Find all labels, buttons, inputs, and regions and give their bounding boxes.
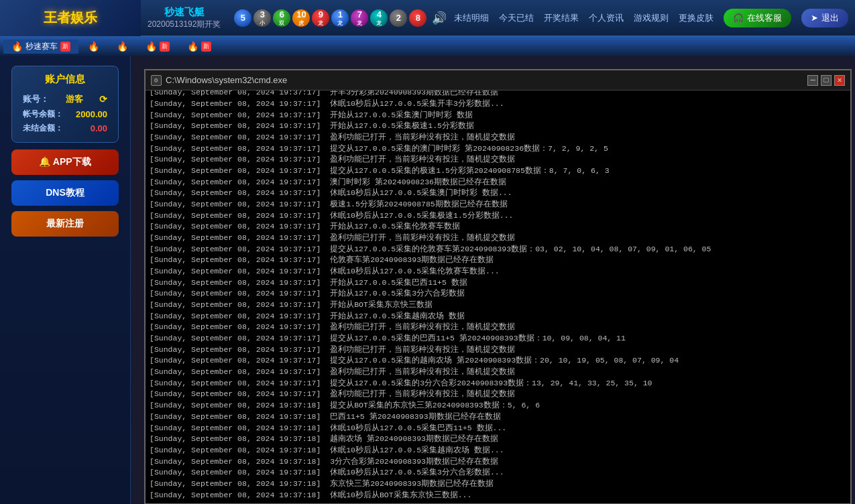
cmd-line: [Sunday, September 08, 2024 19:37:17] 开始… bbox=[150, 110, 846, 121]
main-layout: 账户信息 账号： 游客 ⟳ 帐号余额： 2000.00 未结金额： 0.00 🔔… bbox=[0, 56, 855, 504]
tab-item-3[interactable]: 🔥 bbox=[109, 40, 136, 53]
cmd-line: [Sunday, September 08, 2024 19:37:18] 休眠… bbox=[150, 445, 846, 456]
cmd-line: [Sunday, September 08, 2024 19:37:18] 提交… bbox=[150, 400, 846, 412]
cmd-line: [Sunday, September 08, 2024 19:37:17] 休眠… bbox=[150, 266, 846, 277]
close-button[interactable]: ✕ bbox=[834, 75, 845, 86]
online-service-button[interactable]: 🎧 在线客服 bbox=[724, 9, 791, 27]
cmd-line: [Sunday, September 08, 2024 19:37:18] 3分… bbox=[150, 456, 846, 468]
balance-label: 帐号余额： bbox=[23, 109, 63, 120]
ball-8: 4龙 bbox=[370, 9, 388, 27]
cmd-line: [Sunday, September 08, 2024 19:37:18] 越南… bbox=[150, 434, 846, 445]
cmd-line: [Sunday, September 08, 2024 19:37:17] 提交… bbox=[150, 143, 846, 155]
cmd-line: [Sunday, September 08, 2024 19:37:17] 盈利… bbox=[150, 132, 846, 143]
account-number-label: 账号： bbox=[23, 93, 49, 105]
cmd-line: [Sunday, September 08, 2024 19:37:17] 澳门… bbox=[150, 177, 846, 188]
tab-quick-race[interactable]: 🔥 秒速赛车 新 bbox=[3, 40, 78, 54]
cmd-line: [Sunday, September 08, 2024 19:37:17] 开始… bbox=[150, 221, 846, 233]
right-nav: 未结明细 今天已结 开奖结果 个人资讯 游戏规则 更换皮肤 🎧 在线客服 ➤ 退… bbox=[454, 9, 855, 27]
ball-1: 5 bbox=[234, 9, 251, 27]
cmd-container: ⚙ C:\Windows\system32\cmd.exe — □ ✕ [Sun… bbox=[144, 69, 852, 504]
nav-skin[interactable]: 更换皮肤 bbox=[679, 12, 714, 24]
cmd-line: [Sunday, September 08, 2024 19:37:17] 开始… bbox=[150, 277, 846, 289]
nav-rules[interactable]: 游戏规则 bbox=[634, 12, 669, 24]
minimize-button[interactable]: — bbox=[807, 75, 818, 86]
cmd-line: [Sunday, September 08, 2024 19:37:17] 开丰… bbox=[150, 90, 846, 99]
cmd-line: [Sunday, September 08, 2024 19:37:18] 休眠… bbox=[150, 467, 846, 479]
nav-results[interactable]: 开奖结果 bbox=[544, 12, 579, 24]
cmd-title: C:\Windows\system32\cmd.exe bbox=[166, 75, 807, 85]
fire-icon-2: 🔥 bbox=[88, 41, 99, 52]
ball-10: 8 bbox=[409, 9, 426, 27]
account-section: 账户信息 账号： 游客 ⟳ 帐号余额： 2000.00 未结金额： 0.00 bbox=[11, 66, 119, 143]
cmd-line: [Sunday, September 08, 2024 19:37:17] 提交… bbox=[150, 378, 846, 389]
cmd-line: [Sunday, September 08, 2024 19:37:17] 盈利… bbox=[150, 233, 846, 244]
tab-item-2[interactable]: 🔥 bbox=[80, 40, 107, 53]
nav-today[interactable]: 今天已结 bbox=[499, 12, 534, 24]
fire-icon-4: 🔥 bbox=[146, 41, 157, 52]
cmd-window-area: ⚙ C:\Windows\system32\cmd.exe — □ ✕ [Sun… bbox=[131, 56, 855, 504]
cmd-line: [Sunday, September 08, 2024 19:37:17] 盈利… bbox=[150, 389, 846, 400]
logo-area: 王者娱乐 bbox=[0, 0, 141, 36]
cmd-line: [Sunday, September 08, 2024 19:37:17] 休眠… bbox=[150, 99, 846, 110]
cmd-line: [Sunday, September 08, 2024 19:37:18] 东京… bbox=[150, 479, 846, 490]
logout-button[interactable]: ➤ 退出 bbox=[801, 9, 848, 27]
maximize-button[interactable]: □ bbox=[821, 75, 832, 86]
sub-header: 🔥 秒速赛车 新 🔥 🔥 🔥 新 🔥 新 bbox=[0, 37, 855, 56]
headset-icon: 🎧 bbox=[733, 13, 744, 23]
cmd-line: [Sunday, September 08, 2024 19:37:17] 开始… bbox=[150, 300, 846, 311]
cmd-line: [Sunday, September 08, 2024 19:37:17] 伦敦… bbox=[150, 255, 846, 266]
dns-tutorial-button[interactable]: DNS教程 bbox=[11, 180, 119, 206]
refresh-button[interactable]: ⟳ bbox=[99, 94, 107, 105]
account-number-value: 游客 bbox=[66, 93, 83, 105]
ball-7: 7龙 bbox=[351, 9, 368, 27]
game-period: 20200513192期开奖 bbox=[148, 19, 221, 30]
unsettled-value: 0.00 bbox=[91, 123, 107, 133]
unsettled-label: 未结金额： bbox=[23, 123, 63, 134]
cmd-line: [Sunday, September 08, 2024 19:37:18] 巴西… bbox=[150, 412, 846, 423]
nav-profile[interactable]: 个人资讯 bbox=[589, 12, 624, 24]
cmd-line: [Sunday, September 08, 2024 19:37:17] 休眠… bbox=[150, 188, 846, 199]
game-info: 秒速飞艇 20200513192期开奖 bbox=[141, 6, 227, 30]
unsettled-row: 未结金额： 0.00 bbox=[17, 121, 113, 135]
sound-button[interactable]: 🔊 bbox=[432, 11, 447, 25]
ball-2: 3小 bbox=[253, 9, 271, 27]
balance-value: 2000.00 bbox=[76, 109, 107, 119]
ball-3: 6双 bbox=[273, 9, 290, 27]
cmd-line: [Sunday, September 08, 2024 19:37:17] 盈利… bbox=[150, 322, 846, 333]
cmd-line: [Sunday, September 08, 2024 19:37:17] 休眠… bbox=[150, 210, 846, 222]
cmd-line: [Sunday, September 08, 2024 19:37:18] 休眠… bbox=[150, 423, 846, 434]
new-badge: 新 bbox=[60, 42, 70, 52]
cmd-line: [Sunday, September 08, 2024 19:37:17] 开始… bbox=[150, 288, 846, 300]
account-section-title: 账户信息 bbox=[17, 73, 113, 86]
cmd-line: [Sunday, September 08, 2024 19:37:17] 极速… bbox=[150, 199, 846, 210]
ball-4: 10虎 bbox=[292, 9, 310, 27]
header: 王者娱乐 秒速飞艇 20200513192期开奖 53小6双10虎9龙1龙7龙4… bbox=[0, 0, 855, 37]
tab-item-4[interactable]: 🔥 新 bbox=[137, 40, 178, 53]
ball-5: 9龙 bbox=[312, 9, 329, 27]
logo-text: 王者娱乐 bbox=[44, 9, 97, 27]
cmd-body[interactable]: [Sunday, September 08, 2024 19:37:17] 泰国… bbox=[146, 90, 850, 503]
tab-quick-race-label: 秒速赛车 bbox=[25, 41, 58, 52]
ball-6: 1龙 bbox=[331, 9, 349, 27]
cmd-line: [Sunday, September 08, 2024 19:37:17] 提交… bbox=[150, 244, 846, 255]
fire-icon-3: 🔥 bbox=[117, 41, 128, 52]
cmd-titlebar: ⚙ C:\Windows\system32\cmd.exe — □ ✕ bbox=[146, 70, 850, 90]
cmd-line: [Sunday, September 08, 2024 19:37:17] 提交… bbox=[150, 166, 846, 177]
cmd-controls: — □ ✕ bbox=[807, 75, 845, 86]
new-register-button[interactable]: 最新注册 bbox=[11, 211, 119, 237]
bell-icon: 🔔 bbox=[39, 156, 50, 167]
logout-icon: ➤ bbox=[811, 13, 818, 23]
new-badge-2: 新 bbox=[160, 42, 170, 52]
balls-row: 53小6双10虎9龙1龙7龙4龙28 bbox=[234, 9, 426, 27]
nav-unsettled[interactable]: 未结明细 bbox=[454, 12, 489, 24]
fire-icon-5: 🔥 bbox=[187, 41, 198, 52]
cmd-line: [Sunday, September 08, 2024 19:37:18] 休眠… bbox=[150, 490, 846, 501]
cmd-line: [Sunday, September 08, 2024 19:37:17] 开始… bbox=[150, 121, 846, 132]
tab-item-5[interactable]: 🔥 新 bbox=[179, 40, 219, 53]
sidebar: 账户信息 账号： 游客 ⟳ 帐号余额： 2000.00 未结金额： 0.00 🔔… bbox=[0, 56, 131, 504]
cmd-line: [Sunday, September 08, 2024 19:37:17] 盈利… bbox=[150, 367, 846, 378]
cmd-line: [Sunday, September 08, 2024 19:37:17] 提交… bbox=[150, 355, 846, 367]
app-download-button[interactable]: 🔔 APP下载 bbox=[11, 149, 119, 175]
cmd-app-icon: ⚙ bbox=[151, 75, 162, 86]
game-title: 秒速飞艇 bbox=[164, 6, 205, 19]
